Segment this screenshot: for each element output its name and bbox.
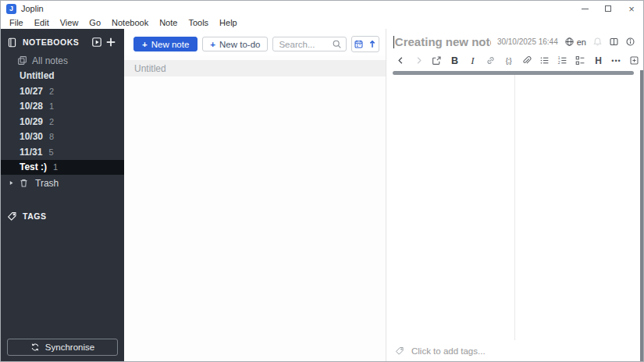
- notebook-item[interactable]: 10/27 2: [1, 83, 124, 99]
- notebook-label: 10/30: [20, 131, 43, 142]
- svg-text:1: 1: [558, 56, 560, 60]
- new-todo-label: New to-do: [219, 40, 260, 49]
- notebook-label: 10/29: [20, 116, 43, 127]
- add-tags-placeholder: Click to add tags...: [411, 346, 486, 356]
- notebooks-header: NOTEBOOKS: [1, 29, 124, 53]
- heading-button[interactable]: H: [591, 54, 606, 67]
- minimize-button[interactable]: [573, 1, 596, 16]
- new-notebook-button[interactable]: [104, 36, 118, 48]
- note-properties-button[interactable]: [625, 37, 635, 47]
- attach-file-button[interactable]: [519, 54, 534, 67]
- sidebar-item-trash[interactable]: Trash: [1, 176, 124, 191]
- notebook-item[interactable]: Untitled: [1, 69, 124, 84]
- toggle-layout-button[interactable]: [609, 37, 619, 47]
- new-todo-button[interactable]: + New to-do: [202, 37, 268, 51]
- note-list-item[interactable]: Untitled: [124, 60, 386, 76]
- menu-help[interactable]: Help: [214, 18, 243, 27]
- note-title-input[interactable]: Creating new note...: [393, 35, 491, 48]
- markdown-viewer-area: [515, 75, 644, 340]
- menu-bar: File Edit View Go Notebook Note Tools He…: [1, 16, 643, 29]
- notebook-label: 10/27: [20, 86, 43, 97]
- italic-button[interactable]: I: [465, 54, 480, 67]
- checkbox-list-button[interactable]: [573, 54, 588, 67]
- plus-icon: +: [210, 40, 215, 49]
- menu-view[interactable]: View: [55, 18, 84, 27]
- notebook-label: 10/28: [20, 101, 43, 112]
- notebook-item[interactable]: 10/28 1: [1, 99, 124, 115]
- note-title-placeholder: Creating new note...: [395, 35, 491, 48]
- synchronise-button[interactable]: Synchronise: [7, 339, 118, 356]
- minimize-icon: [582, 9, 589, 9]
- notebook-icon: [7, 37, 17, 48]
- note-count: 1: [49, 101, 54, 111]
- bulleted-list-button[interactable]: [537, 54, 552, 67]
- bold-button[interactable]: B: [447, 54, 462, 67]
- external-editor-button[interactable]: [429, 54, 444, 67]
- menu-notebook[interactable]: Notebook: [106, 18, 154, 27]
- notebooks-header-label: NOTEBOOKS: [23, 37, 79, 47]
- sidebar-item-all-notes[interactable]: All notes: [1, 53, 124, 69]
- insert-datetime-button[interactable]: [627, 54, 642, 67]
- tags-header: TAGS: [1, 211, 124, 222]
- code-label: {;}: [506, 56, 512, 65]
- sort-by-date-button[interactable]: [352, 37, 365, 51]
- editor-vertical-scrollbar[interactable]: [640, 70, 643, 361]
- chevron-right-icon: [8, 179, 15, 186]
- menu-note[interactable]: Note: [154, 18, 183, 27]
- search-box: [272, 37, 347, 51]
- italic-label: I: [471, 55, 474, 67]
- tag-icon: [395, 346, 404, 356]
- maximize-icon: [605, 5, 611, 12]
- notebook-item[interactable]: 10/30 8: [1, 130, 124, 145]
- all-notes-icon: [17, 55, 27, 66]
- editor-header: Creating new note... 30/10/2025 16:44 en: [386, 29, 643, 50]
- menu-tools[interactable]: Tools: [183, 18, 214, 27]
- trash-icon: [19, 178, 29, 188]
- notebook-item[interactable]: 10/29 2: [1, 114, 124, 130]
- new-note-button[interactable]: + New note: [133, 37, 197, 51]
- joplin-window: J Joplin × File Edit View Go Notebook No…: [0, 0, 644, 362]
- synchronise-label: Synchronise: [45, 342, 94, 352]
- tags-header-label: TAGS: [23, 211, 47, 221]
- note-list-toolbar: + New note + New to-do: [124, 29, 386, 55]
- editor-toolbar: B I {;} 12 H •••: [386, 50, 643, 69]
- numbered-list-button[interactable]: 12: [555, 54, 570, 67]
- joplin-logo-icon: J: [6, 4, 16, 14]
- all-notes-label: All notes: [32, 55, 68, 66]
- spellcheck-button[interactable]: en: [564, 37, 586, 47]
- search-input[interactable]: [279, 40, 332, 49]
- plus-icon: +: [142, 40, 148, 49]
- maximize-button[interactable]: [596, 1, 620, 16]
- menu-edit[interactable]: Edit: [29, 18, 55, 27]
- markdown-editor-area[interactable]: [386, 75, 515, 340]
- code-button[interactable]: {;}: [501, 54, 516, 67]
- search-icon: [332, 39, 342, 49]
- text-caret: [393, 36, 394, 48]
- menu-file[interactable]: File: [4, 18, 29, 27]
- notebook-item[interactable]: 11/31 5: [1, 144, 124, 160]
- sort-order-button[interactable]: [365, 37, 379, 51]
- title-bar: J Joplin ×: [1, 1, 643, 16]
- sidebar: NOTEBOOKS All notes Untitled: [1, 29, 124, 361]
- back-button[interactable]: [393, 54, 408, 67]
- globe-icon: [564, 37, 575, 47]
- forward-button[interactable]: [411, 54, 426, 67]
- editor-panel: Creating new note... 30/10/2025 16:44 en: [386, 29, 643, 361]
- more-formats-button[interactable]: •••: [609, 54, 624, 67]
- note-count: 5: [48, 147, 53, 157]
- note-title: Untitled: [134, 63, 166, 74]
- editor-body: [386, 75, 643, 340]
- note-count: 2: [49, 87, 54, 96]
- close-button[interactable]: ×: [620, 1, 643, 16]
- tag-bar[interactable]: Click to add tags...: [386, 340, 643, 361]
- set-alarm-button[interactable]: [592, 37, 603, 47]
- note-count: 8: [49, 132, 54, 141]
- menu-go[interactable]: Go: [84, 18, 106, 27]
- hyperlink-button[interactable]: [483, 54, 498, 67]
- window-title: Joplin: [21, 4, 44, 13]
- bold-label: B: [451, 55, 458, 66]
- notebook-item-selected[interactable]: Test :) 1: [1, 160, 124, 176]
- tag-icon: [7, 211, 17, 222]
- collapse-all-button[interactable]: [90, 36, 104, 48]
- sync-icon: [30, 342, 40, 352]
